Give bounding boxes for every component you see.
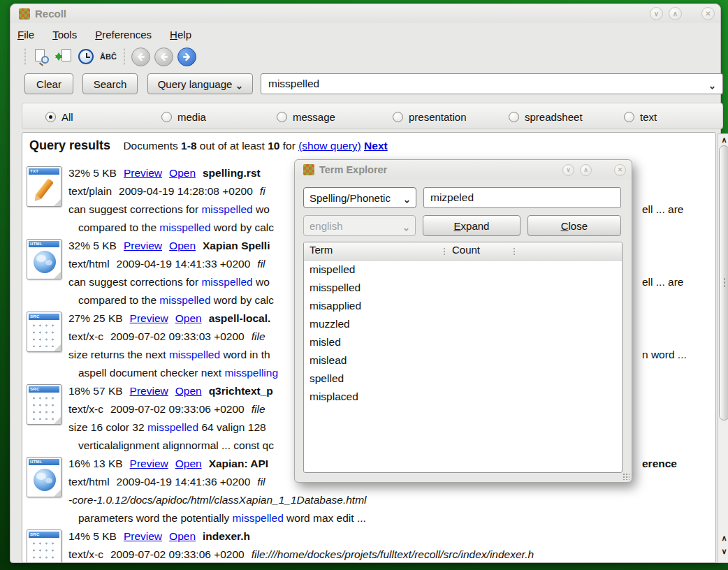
term-table-row[interactable]: misplaced [304,388,622,406]
query-language-dropdown[interactable]: Query language [147,73,253,94]
term-table-row[interactable]: mispelled [304,261,622,279]
scroll-down-icon[interactable]: ∨ [718,546,728,557]
open-link[interactable]: Open [169,530,196,542]
result-url: fil [257,476,265,488]
result-line-1: 18% 57 KBPreviewOpenq3richtext_p [68,382,273,400]
column-separator-dots [514,247,515,256]
filter-media[interactable]: media [161,103,206,130]
open-link[interactable]: Open [169,167,196,179]
scrollbar-thumb[interactable] [719,145,728,421]
filter-message[interactable]: message [277,103,335,130]
preview-link[interactable]: Preview [124,240,162,251]
dialog-title-bar[interactable]: Term Explorer ∨ ∧ ✕ [295,160,632,180]
snippet-right-fragment: ell ... are [642,200,683,219]
menu-help[interactable]: Help [170,29,191,41]
chevron-down-icon [709,81,715,87]
scroll-up-icon[interactable]: ∧ [718,134,728,145]
result-mime: text/x-c [68,403,103,415]
radio-icon[interactable] [45,112,56,122]
filter-presentation[interactable]: presentation [393,103,467,130]
open-link[interactable]: Open [175,312,202,324]
scroll-up-icon[interactable]: ∧ [718,532,728,543]
preview-link[interactable]: Preview [130,458,168,469]
doc-category-filter-bar: Allmediamessagepresentationspreadsheette… [22,103,723,129]
snippet-text: can suggest corrections for [68,203,201,215]
result-line-2: text/plain2009-04-19 14:28:08 +0200fi [68,182,265,200]
radio-icon[interactable] [277,112,287,122]
menu-preferences[interactable]: Preferences [95,29,152,41]
results-scrollbar[interactable]: ∧ ∧ ∨ [718,133,728,563]
result-line-2: text/html2009-04-19 14:41:33 +0200fil [68,255,265,273]
expand-button[interactable]: Expand [423,215,520,236]
next-page-link[interactable]: Next [364,140,388,152]
count-column-header[interactable]: Count [452,244,480,256]
clear-button[interactable]: Clear [24,73,73,94]
result-line-1: 27% 25 KBPreviewOpenaspell-local. [68,309,270,328]
open-link[interactable]: Open [175,385,202,397]
open-link[interactable]: Open [169,240,196,251]
dialog-close-action-button[interactable]: Close [527,215,621,236]
radio-icon[interactable] [161,112,172,122]
snippet-text: compared to the [78,221,159,233]
preview-link[interactable]: Preview [124,530,162,542]
results-total: 10 [268,140,279,152]
result-snippet: parameters word the potentially misspell… [78,509,366,527]
filter-label: presentation [409,111,467,123]
dialog-close-button[interactable]: ✕ [614,164,626,176]
term-table-row[interactable]: spelled [304,370,622,388]
language-value: english [310,220,399,232]
maximize-button[interactable]: ∧ [669,7,682,20]
minimize-button[interactable]: ∨ [650,7,663,20]
term-table-row[interactable]: misapplied [304,297,622,315]
dialog-window-controls: ∨ ∧ ✕ [562,164,626,176]
history-button[interactable] [75,46,96,67]
term-input[interactable] [423,187,621,208]
chevron-down-icon [403,223,409,229]
title-bar[interactable]: Recoll ∨ ∧ ✕ [10,4,720,23]
show-results-as-table-button[interactable] [31,46,52,67]
radio-icon[interactable] [509,112,519,122]
show-query-link[interactable]: (show query) [298,140,361,152]
term-table-row[interactable]: muzzled [304,315,622,333]
snippet-text: -core-1.0.12/docs/apidoc/html/classXapia… [68,494,367,506]
menu-tools[interactable]: Tools [52,29,77,41]
term-table-row[interactable]: mislead [304,351,622,370]
term-table-row[interactable]: misled [304,333,622,351]
next-page-button[interactable] [177,48,196,66]
resize-grip[interactable] [623,473,629,480]
language-dropdown[interactable]: english [303,215,416,236]
preview-link[interactable]: Preview [124,167,162,179]
file-icon-label: HTML [29,459,59,465]
result-date: 2009-04-19 14:28:08 +0200 [119,185,253,197]
close-button[interactable]: ✕ [701,7,715,20]
filter-spreadsheet[interactable]: spreadsheet [509,103,583,130]
term-explorer-button[interactable]: ÅBĈ [98,46,119,67]
result-row[interactable]: SRC14% 5 KBPreviewOpenindexer.htext/x-c2… [22,527,715,563]
dialog-maximize-button[interactable]: ∧ [580,164,592,176]
preview-link[interactable]: Preview [130,312,168,324]
expansion-type-dropdown[interactable]: Spelling/Phonetic [303,187,416,208]
first-page-button[interactable] [131,48,150,66]
search-button[interactable]: Search [82,73,138,94]
term-column-header[interactable]: Term [310,244,333,256]
radio-icon[interactable] [393,112,403,122]
preview-link[interactable]: Preview [130,385,168,397]
snippet-text: aspell document checker next [78,367,224,379]
snippet-text: word max edit ... [284,512,366,524]
open-link[interactable]: Open [175,458,202,469]
snippet-text: size returns the next [68,349,169,360]
term-table-header[interactable]: Term Count [304,242,622,261]
result-date: 2009-07-02 09:33:06 +0200 [110,403,245,415]
previous-page-button[interactable] [154,48,173,66]
search-query-combobox[interactable]: misspelled [261,73,723,94]
sort-by-date-button[interactable] [53,46,74,67]
radio-icon[interactable] [624,112,634,122]
menu-file[interactable]: File [17,29,34,41]
snippet-text: 64 valign 128 [198,421,266,433]
filter-text[interactable]: text [624,103,657,130]
results-header: Query results Documents 1-8 out of at le… [29,138,388,153]
filter-all[interactable]: All [45,103,73,130]
term-table-row[interactable]: misspelled [304,279,622,297]
term-cell: misplaced [310,390,358,402]
dialog-minimize-button[interactable]: ∨ [562,164,574,176]
